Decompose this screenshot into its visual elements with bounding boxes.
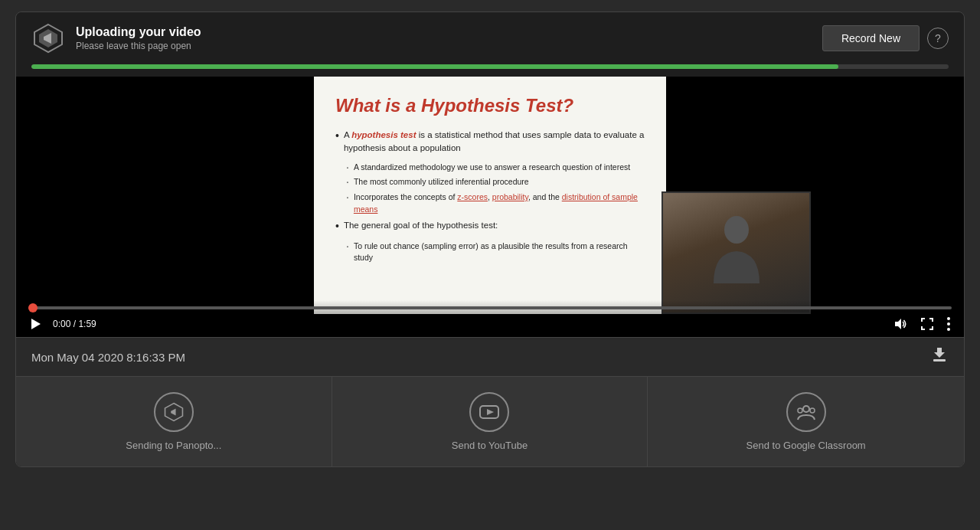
slide-bullet-1: A hypothesis test is a statistical metho… [335, 129, 645, 155]
send-to-google-classroom-button[interactable]: Send to Google Classroom [648, 377, 964, 466]
help-button[interactable]: ? [927, 28, 949, 49]
volume-button[interactable] [892, 316, 909, 332]
time-display: 0:00 / 1:59 [53, 319, 96, 329]
send-to-youtube-button[interactable]: Send to YouTube [332, 377, 648, 466]
slide-link-probability: probability [492, 192, 528, 201]
progress-track [31, 64, 949, 69]
more-options-button[interactable] [946, 316, 952, 332]
svg-point-7 [947, 322, 950, 326]
youtube-share-label: Send to YouTube [452, 440, 528, 451]
slide-bullet-2-text: The general goal of the hypothesis test: [344, 219, 498, 232]
progress-fill [31, 64, 838, 69]
progress-bar-container [16, 64, 964, 77]
download-button[interactable] [930, 345, 949, 368]
youtube-share-icon-circle [469, 392, 509, 432]
webcam-person [663, 193, 809, 312]
person-silhouette-icon [706, 207, 767, 299]
svg-rect-9 [933, 359, 946, 362]
slide-link-zscores: z-scores [457, 192, 488, 201]
more-options-icon [947, 317, 950, 331]
upload-info: Uploading your video Please leave this p… [76, 25, 201, 51]
slide-sub-4-text: To rule out chance (sampling error) as a… [354, 240, 645, 265]
slide-title: What is a Hypothesis Test? [335, 95, 645, 116]
slide-sub-2-text: The most commonly utilized inferential p… [354, 176, 529, 188]
slide-sub-3-text: Incorporates the concepts of z-scores, p… [354, 191, 645, 216]
controls-left: 0:00 / 1:59 [28, 316, 96, 332]
webcam-overlay [662, 191, 811, 314]
top-bar-right: Record New ? [822, 25, 949, 51]
slide-sub-1: A standardized methodology we use to ans… [346, 162, 645, 174]
slide-sub-2: The most commonly utilized inferential p… [346, 176, 645, 188]
volume-icon [893, 318, 907, 330]
scrubber-handle [28, 303, 38, 312]
svg-marker-11 [171, 409, 175, 416]
download-icon [930, 345, 949, 364]
slide-body: A hypothesis test is a statistical metho… [335, 129, 645, 264]
fullscreen-button[interactable] [920, 316, 935, 332]
youtube-share-icon [479, 401, 500, 423]
upload-subtitle: Please leave this page open [76, 41, 201, 51]
google-classroom-share-icon [795, 401, 817, 423]
play-icon [30, 318, 42, 330]
google-classroom-share-icon-circle [786, 392, 826, 432]
google-classroom-share-label: Send to Google Classroom [746, 440, 866, 451]
upload-title: Uploading your video [76, 25, 201, 39]
top-bar-left: Uploading your video Please leave this p… [31, 21, 201, 55]
slide-panel: What is a Hypothesis Test? A hypothesis … [314, 77, 666, 314]
share-row: Sending to Panopto... Send to YouTube [16, 377, 964, 466]
panopto-share-label: Sending to Panopto... [126, 440, 221, 451]
controls-right [892, 316, 952, 332]
svg-marker-13 [487, 409, 494, 415]
panopto-logo-icon [31, 21, 65, 55]
video-area: What is a Hypothesis Test? A hypothesis … [16, 77, 964, 337]
fullscreen-icon [921, 318, 933, 330]
slide-bullet-1-text: A hypothesis test is a statistical metho… [344, 129, 645, 155]
slide-italic-term: hypothesis test [351, 130, 416, 139]
total-duration: 1:59 [78, 319, 96, 329]
svg-point-16 [810, 408, 815, 413]
slide-bullet-2: The general goal of the hypothesis test: [335, 219, 645, 234]
send-to-panopto-button[interactable]: Sending to Panopto... [16, 377, 332, 466]
svg-point-14 [803, 406, 809, 412]
svg-point-15 [798, 408, 802, 413]
controls-row: 0:00 / 1:59 [28, 316, 952, 332]
slide-sub-3: Incorporates the concepts of z-scores, p… [346, 191, 645, 216]
play-button[interactable] [28, 316, 44, 332]
slide-sub-4: To rule out chance (sampling error) as a… [346, 240, 645, 265]
svg-point-3 [724, 216, 749, 244]
main-container: Uploading your video Please leave this p… [15, 11, 965, 467]
svg-point-8 [947, 328, 950, 331]
question-mark-icon: ? [935, 32, 941, 44]
svg-marker-4 [31, 319, 41, 329]
timestamp-text: Mon May 04 2020 8:16:33 PM [31, 351, 185, 364]
svg-point-6 [947, 317, 950, 320]
panopto-share-icon-circle [154, 392, 194, 432]
panopto-share-icon [163, 401, 185, 423]
current-time: 0:00 [53, 319, 70, 329]
timestamp-row: Mon May 04 2020 8:16:33 PM [16, 337, 964, 377]
video-controls: 0:00 / 1:59 [16, 300, 964, 337]
record-new-button[interactable]: Record New [822, 25, 920, 51]
slide-sub-1-text: A standardized methodology we use to ans… [354, 162, 630, 174]
svg-marker-5 [895, 319, 901, 329]
video-scrubber[interactable] [28, 306, 952, 309]
top-bar: Uploading your video Please leave this p… [16, 12, 964, 64]
